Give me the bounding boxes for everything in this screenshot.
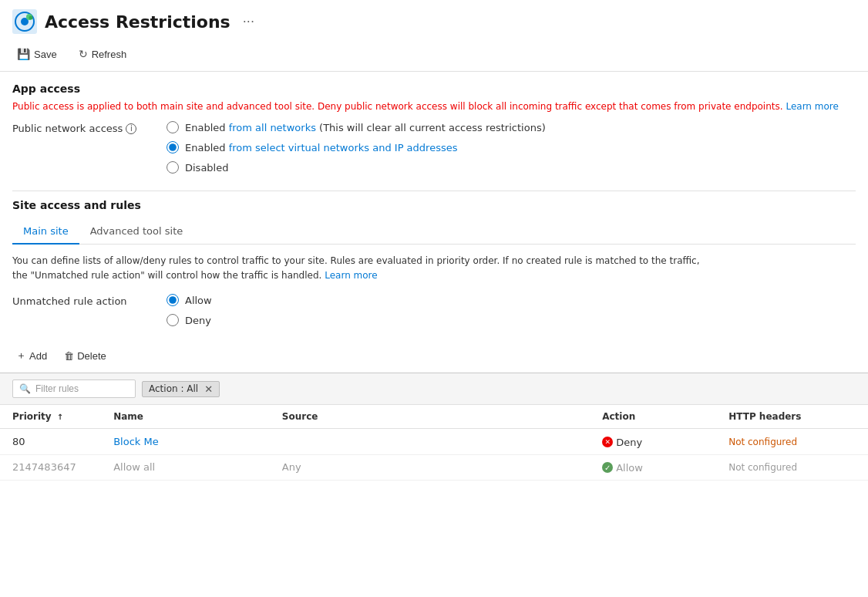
public-network-row: Public network access i Enabled from all… [12, 121, 856, 174]
row-1-action: ✕ Deny [590, 429, 716, 455]
unmatched-deny-option[interactable]: Deny [167, 314, 212, 326]
row-2-action-label: Allow [616, 462, 643, 474]
public-network-option-2[interactable]: Enabled from select virtual networks and… [167, 141, 546, 153]
public-network-option-1[interactable]: Enabled from all networks (This will cle… [167, 121, 546, 133]
row-2-source: Any [270, 454, 590, 480]
unmatched-allow-label: Allow [185, 295, 212, 306]
row-1-priority: 80 [0, 429, 101, 455]
table-header-row: Priority ↑ Name Source Action HTTP heade… [0, 405, 868, 429]
public-network-highlight-1: from all networks [229, 122, 316, 133]
allow-dot-icon: ✓ [602, 462, 613, 473]
action-filter-chip: Action : All ✕ [142, 381, 220, 397]
save-icon: 💾 [17, 48, 30, 60]
app-access-section: App access Public access is applied to b… [0, 72, 868, 191]
public-network-radio-1[interactable] [167, 121, 179, 133]
public-network-radio-group: Enabled from all networks (This will cle… [167, 121, 546, 174]
row-2-priority: 2147483647 [0, 454, 101, 480]
access-restrictions-page: Access Restrictions ··· 💾 Save ↻ Refresh… [0, 0, 868, 597]
site-access-learn-more[interactable]: Learn more [325, 270, 377, 281]
filter-row: 🔍 Action : All ✕ [0, 373, 868, 405]
public-network-highlight-2: from select virtual networks and IP addr… [229, 142, 458, 153]
tabs: Main site Advanced tool site [12, 219, 856, 245]
col-header-http: HTTP headers [716, 405, 868, 429]
table-row: 80 Block Me ✕ Deny Not configured [0, 429, 868, 455]
delete-icon: 🗑 [64, 350, 74, 362]
tab-main-site[interactable]: Main site [12, 219, 79, 245]
deny-dot-icon: ✕ [602, 437, 613, 447]
svg-point-4 [29, 16, 33, 20]
page-title: Access Restrictions [45, 12, 230, 32]
unmatched-label: Unmatched rule action [12, 294, 151, 307]
col-header-priority: Priority ↑ [0, 405, 101, 429]
action-filter-label: Action : All [149, 383, 198, 394]
refresh-icon: ↻ [79, 48, 88, 60]
more-options-icon[interactable]: ··· [243, 15, 254, 29]
col-header-action: Action [590, 405, 716, 429]
delete-rule-button[interactable]: 🗑 Delete [60, 348, 110, 364]
toolbar: 💾 Save ↻ Refresh [0, 40, 868, 72]
search-icon: 🔍 [19, 383, 31, 394]
unmatched-rule-row: Unmatched rule action Allow Deny [12, 294, 856, 326]
rules-table: Priority ↑ Name Source Action HTTP heade… [0, 405, 868, 481]
public-network-label: Public network access i [12, 121, 151, 134]
app-access-learn-more[interactable]: Learn more [786, 101, 838, 112]
row-2-http: Not configured [716, 454, 868, 480]
row-1-action-badge: ✕ Deny [602, 437, 642, 448]
add-icon: ＋ [16, 349, 26, 363]
refresh-button[interactable]: ↻ Refresh [74, 45, 132, 63]
col-header-name: Name [101, 405, 270, 429]
row-1-http-label: Not configured [728, 437, 797, 447]
table-toolbar: ＋ Add 🗑 Delete [0, 339, 868, 373]
action-filter-close[interactable]: ✕ [204, 383, 213, 395]
row-2-name: Allow all [101, 454, 270, 480]
site-access-section: Site access and rules Main site Advanced… [0, 191, 868, 326]
add-label: Add [29, 350, 47, 362]
save-label: Save [34, 49, 57, 60]
tab-advanced-tool-site[interactable]: Advanced tool site [79, 219, 194, 245]
sort-icon: ↑ [57, 413, 63, 421]
row-2-action-badge: ✓ Allow [602, 462, 643, 474]
public-network-label-2: Enabled from select virtual networks and… [185, 142, 457, 153]
row-1-name-link[interactable]: Block Me [113, 436, 159, 447]
row-2-http-label: Not configured [728, 462, 797, 473]
azure-icon [12, 9, 37, 34]
unmatched-allow-radio[interactable] [167, 294, 179, 306]
public-network-label-3: Disabled [185, 162, 228, 174]
public-network-radio-2[interactable] [167, 141, 179, 153]
row-2-action: ✓ Allow [590, 454, 716, 480]
unmatched-radio-group: Allow Deny [167, 294, 212, 326]
unmatched-deny-radio[interactable] [167, 314, 179, 326]
public-network-option-3[interactable]: Disabled [167, 161, 546, 174]
site-access-title: Site access and rules [12, 199, 856, 211]
refresh-label: Refresh [92, 49, 127, 60]
page-header: Access Restrictions ··· [0, 0, 868, 40]
table-row: 2147483647 Allow all Any ✓ Allow Not con… [0, 454, 868, 480]
unmatched-deny-label: Deny [185, 315, 211, 326]
save-button[interactable]: 💾 Save [12, 45, 62, 63]
site-access-description: You can define lists of allow/deny rules… [12, 254, 706, 283]
col-header-source: Source [270, 405, 590, 429]
row-1-http: Not configured [716, 429, 868, 455]
delete-label: Delete [77, 350, 106, 362]
public-network-info-icon[interactable]: i [126, 123, 136, 134]
unmatched-allow-option[interactable]: Allow [167, 294, 212, 306]
app-access-info-text: Public access is applied to both main si… [12, 101, 783, 112]
app-access-info: Public access is applied to both main si… [12, 100, 856, 113]
row-1-action-label: Deny [616, 437, 642, 448]
filter-input-wrap[interactable]: 🔍 [12, 379, 136, 398]
app-access-title: App access [12, 83, 856, 95]
add-rule-button[interactable]: ＋ Add [12, 346, 51, 365]
filter-rules-input[interactable] [35, 383, 128, 394]
row-1-name: Block Me [101, 429, 270, 455]
row-1-source [270, 429, 590, 455]
public-network-label-1: Enabled from all networks (This will cle… [185, 122, 546, 133]
public-network-radio-3[interactable] [167, 161, 179, 174]
